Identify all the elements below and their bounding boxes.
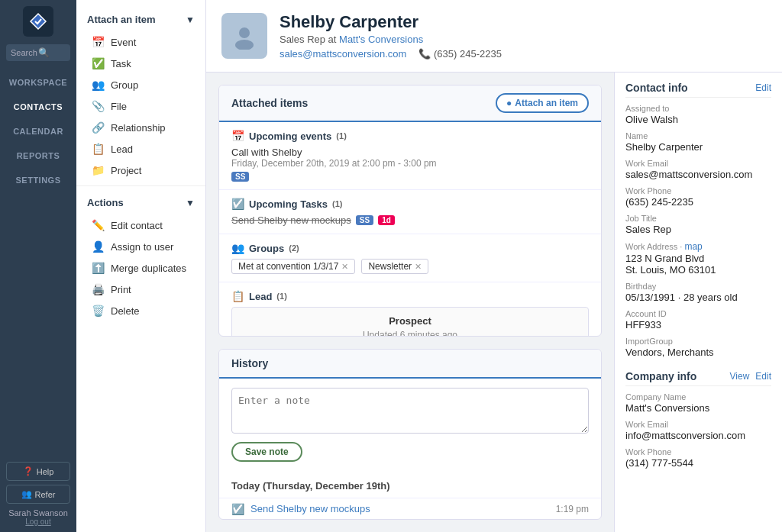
hist-task-link[interactable]: Send Shelby new mockups (250, 503, 370, 514)
field-company-email: Work Email info@mattsconversion.com (625, 420, 771, 441)
attach-section-header[interactable]: Attach an item ▼ (76, 8, 205, 31)
history-date: Today (Thursday, December 19th) (231, 480, 589, 492)
user-info: Sarah Swanson Log out (6, 508, 70, 526)
event-name: Call with Shelby (231, 147, 589, 158)
attach-file-item[interactable]: 📎 File (76, 95, 205, 117)
event-date: Friday, December 20th, 2019 at 2:00 pm -… (231, 158, 589, 169)
attach-relationship-item[interactable]: 🔗 Relationship (76, 117, 205, 138)
attach-group-item[interactable]: 👥 Group (76, 74, 205, 95)
sidebar-item-workspace[interactable]: WORKSPACE (0, 70, 76, 95)
attach-task-item[interactable]: ✅ Task (76, 53, 205, 74)
contact-line: sales@mattsconversion.com 📞 (635) 245-22… (280, 48, 502, 60)
refer-icon: 👥 (21, 489, 32, 499)
hist-task-icon: ☑️ (231, 503, 244, 515)
action-edit-contact[interactable]: ✏️ Edit contact (76, 214, 205, 236)
company-link[interactable]: Matt's Conversions (339, 34, 423, 45)
contact-info-header: Contact info Edit (625, 82, 771, 98)
actions-header-label: Actions (87, 197, 124, 208)
upcoming-events-title: 📅 Upcoming events (1) (231, 130, 589, 142)
contact-info-edit[interactable]: Edit (755, 82, 771, 93)
field-import-group: ImportGroup Vendors, Merchants (625, 337, 771, 358)
content-area: Attached items ● Attach an item 📅 Upcomi… (206, 73, 782, 532)
relationship-icon: 🔗 (92, 121, 105, 134)
contact-details: Shelby Carpenter Sales Rep at Matt's Con… (280, 12, 502, 60)
plus-icon: ● (506, 98, 512, 108)
lead-card-title: Prospect (243, 315, 577, 327)
edit-icon: ✏️ (92, 219, 105, 231)
company-info-edit[interactable]: Edit (755, 371, 771, 382)
upcoming-tasks-section: ☑️ Upcoming Tasks (1) Send Shelby new mo… (219, 190, 601, 234)
note-textarea[interactable] (231, 388, 589, 434)
company-info-header: Company info View Edit (625, 370, 771, 386)
field-company-phone: Work Phone (314) 777-5544 (625, 447, 771, 469)
field-birthday: Birthday 05/13/1991 · 28 years old (625, 282, 771, 303)
group-icon: 👥 (92, 79, 105, 91)
history-item-0: ☑️ Send Shelby new mockups 1:19 pm (219, 498, 601, 520)
logout-link[interactable]: Log out (6, 517, 70, 526)
field-work-address: Work Address · map 123 N Grand BlvdSt. L… (625, 241, 771, 276)
print-icon: 🖨️ (92, 283, 105, 295)
group-tag-1: Newsletter ✕ (361, 259, 428, 274)
logo (23, 6, 53, 37)
upcoming-tasks-title: ☑️ Upcoming Tasks (1) (231, 198, 589, 210)
chevron-down-icon: ▼ (186, 15, 195, 25)
group-tags: Met at convention 1/3/17 ✕ Newsletter ✕ (231, 259, 589, 274)
action-print[interactable]: 🖨️ Print (76, 279, 205, 300)
sidebar-item-reports[interactable]: REPORTS (0, 143, 76, 168)
help-button[interactable]: ❓ Help (6, 462, 70, 481)
attached-items-header: Attached items ● Attach an item (219, 85, 601, 122)
delete-icon: 🗑️ (92, 305, 105, 317)
dropdown-panel: Attach an item ▼ 📅 Event ✅ Task 👥 Group … (76, 0, 206, 532)
field-name: Name Shelby Carpenter (625, 131, 771, 153)
main-content: Shelby Carpenter Sales Rep at Matt's Con… (206, 0, 782, 532)
search-label: Search (11, 48, 38, 57)
user-name: Sarah Swanson (6, 508, 70, 517)
contact-name: Shelby Carpenter (280, 12, 502, 32)
sidebar-item-calendar[interactable]: CALENDAR (0, 119, 76, 143)
contact-header: Shelby Carpenter Sales Rep at Matt's Con… (206, 0, 782, 73)
actions-section-header[interactable]: Actions ▼ (76, 191, 205, 214)
contact-email[interactable]: sales@mattsconversion.com (280, 48, 406, 60)
groups-title: 👥 Groups (2) (231, 242, 589, 254)
history-header: History (219, 350, 601, 379)
task-section-icon: ☑️ (231, 198, 244, 210)
help-icon: ❓ (23, 466, 34, 476)
refer-button[interactable]: 👥 Refer (6, 485, 70, 504)
save-note-button[interactable]: Save note (231, 442, 302, 462)
company-info-title: Company info (625, 370, 696, 382)
remove-tag-0[interactable]: ✕ (341, 262, 348, 272)
sidebar-item-contacts[interactable]: CONTACTS (0, 95, 76, 119)
task-name: Send Shelby new mockups (231, 214, 351, 226)
field-job-title: Job Title Sales Rep (625, 214, 771, 235)
contact-info-title: Contact info (625, 82, 688, 94)
svg-marker-0 (31, 14, 46, 29)
company-info-view[interactable]: View (730, 371, 750, 382)
action-merge-duplicates[interactable]: ⬆️ Merge duplicates (76, 257, 205, 279)
map-link[interactable]: map (684, 241, 702, 252)
lead-section-icon: 📋 (231, 290, 244, 302)
sidebar: Search 🔍 WORKSPACE CONTACTS CALENDAR REP… (0, 0, 76, 532)
task-icon: ✅ (92, 57, 105, 69)
remove-tag-1[interactable]: ✕ (415, 262, 422, 272)
action-delete[interactable]: 🗑️ Delete (76, 300, 205, 321)
lead-icon: 📋 (92, 143, 105, 155)
lead-section: 📋 Lead (1) Prospect Updated 6 minutes ag… (219, 282, 601, 337)
action-assign-user[interactable]: 👤 Assign to user (76, 236, 205, 257)
assign-icon: 👤 (92, 240, 105, 253)
calendar-section-icon: 📅 (231, 130, 244, 142)
history-title: History (231, 357, 589, 369)
event-badge: SS (231, 172, 249, 182)
field-company-name: Company Name Matt's Conversions (625, 392, 771, 414)
calendar-icon: 📅 (92, 36, 105, 48)
search-bar[interactable]: Search 🔍 (6, 44, 70, 61)
center-panel: Attached items ● Attach an item 📅 Upcomi… (206, 73, 614, 532)
attach-item-button[interactable]: ● Attach an item (496, 93, 589, 113)
lead-card: Prospect Updated 6 minutes ago Priority:… (231, 307, 589, 337)
attach-event-item[interactable]: 📅 Event (76, 31, 205, 53)
sidebar-item-settings[interactable]: SETTINGS (0, 168, 76, 192)
task-badge-1d: 1d (378, 215, 395, 225)
history-card: History Save note Today (Thursday, Decem… (218, 349, 602, 520)
attach-lead-item[interactable]: 📋 Lead (76, 138, 205, 160)
upcoming-events-section: 📅 Upcoming events (1) Call with Shelby F… (219, 122, 601, 190)
attach-project-item[interactable]: 📁 Project (76, 160, 205, 181)
